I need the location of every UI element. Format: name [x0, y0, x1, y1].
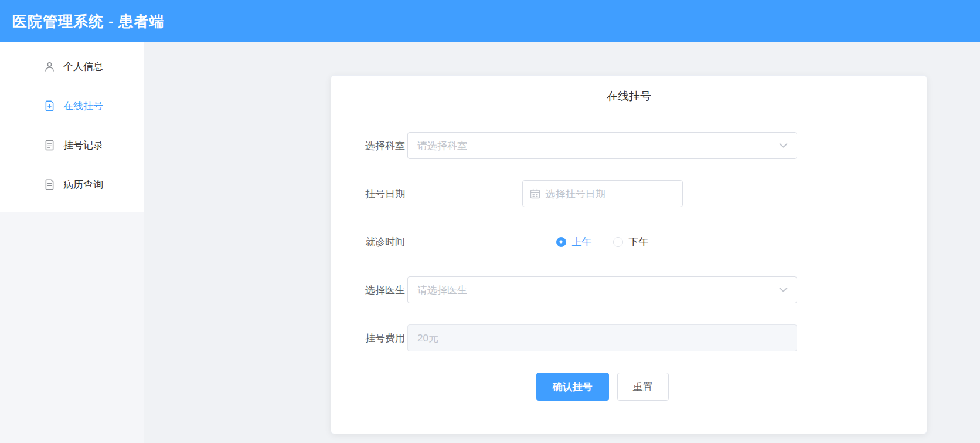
- app-window: 医院管理系统 - 患者端 个人信息: [0, 0, 980, 443]
- radio-selected-icon: [556, 237, 566, 247]
- sidebar-item-label: 在线挂号: [63, 99, 103, 113]
- doctor-label: 选择医生: [346, 283, 405, 297]
- date-label: 挂号日期: [346, 187, 405, 201]
- sidebar-item-label: 病历查询: [63, 178, 103, 191]
- form-actions: 确认挂号 重置: [407, 373, 797, 401]
- date-picker-input[interactable]: 选择挂号日期: [522, 180, 683, 207]
- sidebar-item-online-registration[interactable]: 在线挂号: [0, 86, 144, 126]
- form-row-time: 就诊时间 上午 下午: [346, 228, 927, 255]
- date-placeholder: 选择挂号日期: [546, 187, 605, 201]
- sidebar-item-personal-info[interactable]: 个人信息: [0, 47, 144, 86]
- calendar-icon: [530, 188, 540, 199]
- reset-button[interactable]: 重置: [617, 373, 669, 401]
- registration-form: 选择科室 请选择科室: [331, 117, 927, 401]
- document-list-icon: [43, 139, 56, 151]
- chevron-down-icon: [779, 288, 788, 293]
- card-header: 在线挂号: [331, 76, 927, 117]
- sidebar-item-label: 个人信息: [63, 60, 103, 73]
- doctor-placeholder: 请选择医生: [417, 283, 773, 297]
- form-row-date: 挂号日期 选择挂号日期: [346, 180, 927, 207]
- radio-morning-label: 上午: [572, 235, 592, 249]
- department-placeholder: 请选择科室: [417, 139, 773, 153]
- radio-afternoon-label: 下午: [629, 235, 649, 249]
- main-content: 在线挂号 选择科室 请选择科室: [144, 42, 980, 443]
- department-select[interactable]: 请选择科室: [407, 132, 797, 159]
- fee-label: 挂号费用: [346, 332, 405, 345]
- chevron-down-icon: [779, 143, 788, 148]
- form-row-department: 选择科室 请选择科室: [346, 132, 927, 159]
- fee-input: [407, 324, 797, 351]
- document-add-icon: [43, 100, 56, 112]
- time-label: 就诊时间: [346, 235, 405, 249]
- radio-unselected-icon: [613, 237, 623, 247]
- sidebar: 个人信息 在线挂号: [0, 42, 144, 443]
- form-row-fee: 挂号费用: [346, 324, 927, 351]
- doctor-select[interactable]: 请选择医生: [407, 276, 797, 303]
- confirm-registration-button[interactable]: 确认挂号: [536, 373, 609, 401]
- department-label: 选择科室: [346, 139, 405, 153]
- app-title: 医院管理系统 - 患者端: [12, 12, 164, 31]
- registration-card: 在线挂号 选择科室 请选择科室: [331, 75, 927, 434]
- sidebar-item-registration-records[interactable]: 挂号记录: [0, 126, 144, 165]
- user-icon: [43, 60, 56, 73]
- sidebar-item-label: 挂号记录: [63, 138, 103, 152]
- radio-afternoon[interactable]: 下午: [613, 235, 649, 249]
- card-title: 在线挂号: [607, 89, 651, 104]
- radio-morning[interactable]: 上午: [556, 235, 592, 249]
- time-radio-group: 上午 下午: [407, 235, 797, 249]
- sidebar-menu: 个人信息 在线挂号: [0, 42, 144, 212]
- sidebar-item-medical-records[interactable]: 病历查询: [0, 165, 144, 204]
- form-row-doctor: 选择医生 请选择医生: [346, 276, 927, 303]
- document-search-icon: [43, 178, 56, 191]
- app-header: 医院管理系统 - 患者端: [0, 0, 980, 42]
